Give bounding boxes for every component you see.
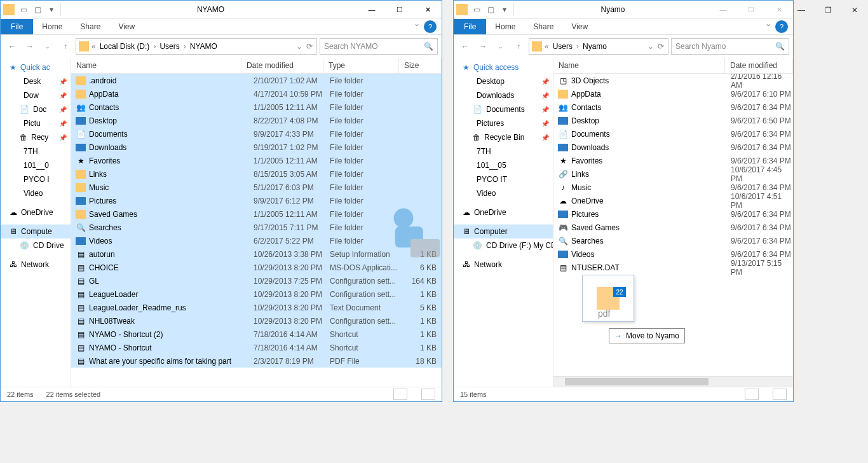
- file-row[interactable]: 📄Documents9/6/2017 6:34 PM: [553, 127, 793, 141]
- maximize-button[interactable]: ☐: [386, 1, 414, 18]
- titlebar[interactable]: ▭ ▢ ▾ NYAMO — ☐ ✕: [1, 1, 442, 19]
- chevron-icon[interactable]: «: [90, 42, 97, 51]
- properties-icon[interactable]: ▭: [17, 3, 30, 16]
- forward-button[interactable]: →: [22, 39, 37, 54]
- nav-item[interactable]: 📄Doc📌: [1, 102, 71, 116]
- nav-item[interactable]: 🖧Network: [454, 258, 553, 272]
- file-row[interactable]: ▤LeagueLoader_Readme_rus10/29/2013 8:20 …: [71, 301, 442, 314]
- nav-item[interactable]: 💿CD Drive (F:) My CDR: [454, 238, 553, 252]
- forward-button[interactable]: →: [475, 39, 491, 54]
- col-date[interactable]: Date modified: [241, 58, 323, 73]
- breadcrumb[interactable]: « Local Disk (D:) › Users › NYAMO ⌄ ⟳: [76, 38, 317, 55]
- file-row[interactable]: Music5/1/2017 6:03 PMFile folder: [71, 181, 442, 194]
- nav-item[interactable]: ☁OneDrive: [1, 205, 71, 219]
- horizontal-scrollbar[interactable]: [553, 376, 793, 387]
- nav-item[interactable]: Pictu📌: [1, 116, 71, 130]
- file-row[interactable]: ▤CHOICE10/29/2013 8:20 PMMS-DOS Applicat…: [71, 261, 442, 274]
- file-row[interactable]: ☁OneDrive10/6/2017 4:51 PM: [553, 194, 793, 207]
- col-date[interactable]: Date modified: [725, 58, 793, 73]
- qat-dropdown-icon[interactable]: ▾: [45, 3, 58, 16]
- file-row[interactable]: ▤What are your specific aims for taking …: [71, 354, 442, 368]
- up-button[interactable]: ↑: [511, 39, 526, 54]
- crumb[interactable]: Users: [552, 42, 574, 51]
- close-button[interactable]: ✕: [414, 1, 442, 18]
- file-row[interactable]: AppData4/17/2014 10:59 PMFile folder: [71, 87, 442, 100]
- share-tab[interactable]: Share: [524, 19, 562, 34]
- file-tab[interactable]: File: [454, 19, 486, 34]
- details-view-icon[interactable]: [393, 389, 407, 400]
- expand-ribbon-icon[interactable]: ⌄: [765, 19, 771, 34]
- nav-item[interactable]: 📄Documents📌: [454, 102, 553, 116]
- file-row[interactable]: ▤NTUSER.DAT9/13/2017 5:15 PM: [553, 261, 793, 274]
- home-tab[interactable]: Home: [33, 19, 71, 34]
- help-icon[interactable]: ?: [775, 20, 788, 33]
- navigation-pane[interactable]: ★Quick acDesk📌Dow📌📄Doc📌Pictu📌🗑Recy📌7TH10…: [1, 58, 71, 387]
- search-input[interactable]: Search NYAMO 🔍: [320, 38, 438, 55]
- col-size[interactable]: Size: [399, 58, 442, 73]
- properties-icon[interactable]: ▭: [470, 3, 483, 16]
- file-row[interactable]: ▤NYAMO - Shortcut (2)7/18/2016 4:14 AMSh…: [71, 328, 442, 341]
- col-type[interactable]: Type: [323, 58, 399, 73]
- share-tab[interactable]: Share: [71, 19, 109, 34]
- file-row[interactable]: ▤LeagueLoader10/29/2013 8:20 PMConfigura…: [71, 287, 442, 301]
- up-button[interactable]: ↑: [58, 39, 73, 54]
- thumbnails-view-icon[interactable]: [773, 389, 787, 400]
- file-row[interactable]: Pictures9/9/2017 6:12 PMFile folder: [71, 194, 442, 207]
- view-tab[interactable]: View: [562, 19, 597, 34]
- thumbnails-view-icon[interactable]: [421, 389, 435, 400]
- nav-item[interactable]: Downloads📌: [454, 88, 553, 102]
- os-maximize-icon[interactable]: ❐: [815, 0, 841, 20]
- file-row[interactable]: Saved Games1/1/2005 12:11 AMFile folder: [71, 207, 442, 221]
- crumb[interactable]: Local Disk (D:): [98, 42, 151, 51]
- file-row[interactable]: Links8/15/2015 3:05 AMFile folder: [71, 167, 442, 181]
- nav-item[interactable]: 101__0: [1, 158, 71, 172]
- file-row[interactable]: Pictures9/6/2017 6:34 PM: [553, 207, 793, 221]
- nav-item[interactable]: 🖥Computer: [454, 225, 553, 238]
- nav-item[interactable]: ☁OneDrive: [454, 205, 553, 219]
- minimize-button[interactable]: —: [709, 1, 737, 18]
- nav-item[interactable]: 7TH: [1, 144, 71, 158]
- help-icon[interactable]: ?: [424, 20, 437, 33]
- close-button[interactable]: ✕: [765, 1, 793, 18]
- chevron-icon[interactable]: «: [543, 42, 550, 51]
- qat-dropdown-icon[interactable]: ▾: [498, 3, 511, 16]
- file-tab[interactable]: File: [1, 19, 33, 34]
- history-dropdown-icon[interactable]: ⌄: [295, 42, 304, 51]
- breadcrumb[interactable]: « Users › Nyamo ⌄ ⟳: [529, 38, 668, 55]
- crumb[interactable]: Nyamo: [581, 42, 608, 51]
- file-row[interactable]: 📄Documents9/9/2017 4:33 PMFile folder: [71, 127, 442, 141]
- new-folder-icon[interactable]: ▢: [484, 3, 497, 16]
- nav-item[interactable]: ★Quick access: [454, 60, 553, 74]
- nav-item[interactable]: 101__05: [454, 158, 553, 172]
- col-name[interactable]: Name: [553, 58, 725, 73]
- nav-item[interactable]: 7TH: [454, 144, 553, 158]
- file-row[interactable]: 👥Contacts1/1/2005 12:11 AMFile folder: [71, 100, 442, 114]
- file-row[interactable]: ▤GL10/29/2013 7:25 PMConfiguration sett.…: [71, 274, 442, 287]
- crumb[interactable]: NYAMO: [189, 42, 219, 51]
- nav-item[interactable]: Dow📌: [1, 88, 71, 102]
- file-row[interactable]: ▤NHL08Tweak10/29/2013 8:20 PMConfigurati…: [71, 314, 442, 328]
- titlebar[interactable]: ▭ ▢ ▾ Nyamo — ☐ ✕: [454, 1, 793, 19]
- new-folder-icon[interactable]: ▢: [31, 3, 44, 16]
- nav-item[interactable]: ★Quick ac: [1, 60, 71, 74]
- file-row[interactable]: ▤NYAMO - Shortcut7/18/2016 4:14 AMShortc…: [71, 341, 442, 354]
- refresh-icon[interactable]: ⟳: [656, 42, 665, 51]
- maximize-button[interactable]: ☐: [737, 1, 765, 18]
- navigation-pane[interactable]: ★Quick accessDesktop📌Downloads📌📄Document…: [454, 58, 553, 387]
- file-row[interactable]: 🔍Searches9/17/2015 7:11 PMFile folder: [71, 221, 442, 234]
- search-input[interactable]: Search Nyamo 🔍: [671, 38, 789, 55]
- history-dropdown-icon[interactable]: ⌄: [646, 42, 655, 51]
- file-row[interactable]: Downloads9/19/2017 1:02 PMFile folder: [71, 141, 442, 154]
- nav-item[interactable]: Pictures📌: [454, 116, 553, 130]
- file-row[interactable]: 🔗Links10/6/2017 4:45 PM: [553, 167, 793, 181]
- file-row[interactable]: AppData9/6/2017 6:10 PM: [553, 87, 793, 100]
- file-list[interactable]: .android2/10/2017 1:02 AMFile folderAppD…: [71, 74, 442, 387]
- file-row[interactable]: 👥Contacts9/6/2017 6:34 PM: [553, 100, 793, 114]
- nav-item[interactable]: 🗑Recycle Bin📌: [454, 130, 553, 144]
- nav-item[interactable]: Desktop📌: [454, 74, 553, 88]
- details-view-icon[interactable]: [745, 389, 759, 400]
- file-row[interactable]: Desktop9/6/2017 6:50 PM: [553, 114, 793, 127]
- col-name[interactable]: Name: [71, 58, 241, 73]
- file-row[interactable]: Videos6/2/2017 5:22 PMFile folder: [71, 234, 442, 247]
- file-row[interactable]: Desktop8/22/2017 4:08 PMFile folder: [71, 114, 442, 127]
